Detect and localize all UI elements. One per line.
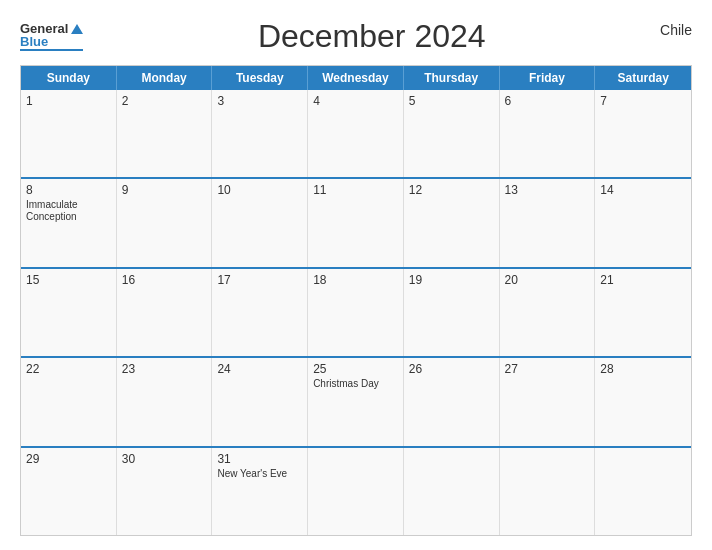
day-28: 28: [595, 358, 691, 445]
day-1: 1: [21, 90, 117, 177]
day-3: 3: [212, 90, 308, 177]
col-wednesday: Wednesday: [308, 66, 404, 90]
week-4: 22 23 24 25 Christmas Day 26 27 28: [21, 356, 691, 445]
day-25: 25 Christmas Day: [308, 358, 404, 445]
day-empty-2: [404, 448, 500, 535]
day-9: 9: [117, 179, 213, 266]
calendar-grid: Sunday Monday Tuesday Wednesday Thursday…: [20, 65, 692, 536]
holiday-christmas-day: Christmas Day: [313, 378, 398, 390]
logo-triangle-icon: [71, 24, 83, 34]
page-title: December 2024: [83, 18, 660, 55]
day-11: 11: [308, 179, 404, 266]
col-thursday: Thursday: [404, 66, 500, 90]
col-saturday: Saturday: [595, 66, 691, 90]
week-2: 8 ImmaculateConception 9 10 11 12 13 14: [21, 177, 691, 266]
day-empty-3: [500, 448, 596, 535]
day-8: 8 ImmaculateConception: [21, 179, 117, 266]
page-header: General Blue December 2024 Chile: [20, 18, 692, 55]
day-7: 7: [595, 90, 691, 177]
day-empty-4: [595, 448, 691, 535]
col-monday: Monday: [117, 66, 213, 90]
day-30: 30: [117, 448, 213, 535]
week-5: 29 30 31 New Year's Eve: [21, 446, 691, 535]
calendar-page: General Blue December 2024 Chile Sunday …: [0, 0, 712, 550]
logo: General Blue: [20, 22, 83, 51]
day-15: 15: [21, 269, 117, 356]
week-3: 15 16 17 18 19 20 21: [21, 267, 691, 356]
col-tuesday: Tuesday: [212, 66, 308, 90]
day-29: 29: [21, 448, 117, 535]
week-1: 1 2 3 4 5 6 7: [21, 90, 691, 177]
day-12: 12: [404, 179, 500, 266]
day-22: 22: [21, 358, 117, 445]
day-24: 24: [212, 358, 308, 445]
day-20: 20: [500, 269, 596, 356]
day-21: 21: [595, 269, 691, 356]
calendar-header-row: Sunday Monday Tuesday Wednesday Thursday…: [21, 66, 691, 90]
col-sunday: Sunday: [21, 66, 117, 90]
day-13: 13: [500, 179, 596, 266]
day-27: 27: [500, 358, 596, 445]
day-10: 10: [212, 179, 308, 266]
day-2: 2: [117, 90, 213, 177]
calendar-body: 1 2 3 4 5 6 7 8 ImmaculateConception 9 1…: [21, 90, 691, 535]
holiday-new-years-eve: New Year's Eve: [217, 468, 302, 480]
logo-underline: [20, 49, 83, 51]
country-label: Chile: [660, 22, 692, 38]
day-19: 19: [404, 269, 500, 356]
day-16: 16: [117, 269, 213, 356]
logo-blue-text: Blue: [20, 35, 48, 48]
day-23: 23: [117, 358, 213, 445]
day-5: 5: [404, 90, 500, 177]
day-17: 17: [212, 269, 308, 356]
holiday-immaculate-conception: ImmaculateConception: [26, 199, 111, 223]
day-31: 31 New Year's Eve: [212, 448, 308, 535]
day-empty-1: [308, 448, 404, 535]
day-18: 18: [308, 269, 404, 356]
day-26: 26: [404, 358, 500, 445]
day-6: 6: [500, 90, 596, 177]
day-4: 4: [308, 90, 404, 177]
col-friday: Friday: [500, 66, 596, 90]
day-14: 14: [595, 179, 691, 266]
